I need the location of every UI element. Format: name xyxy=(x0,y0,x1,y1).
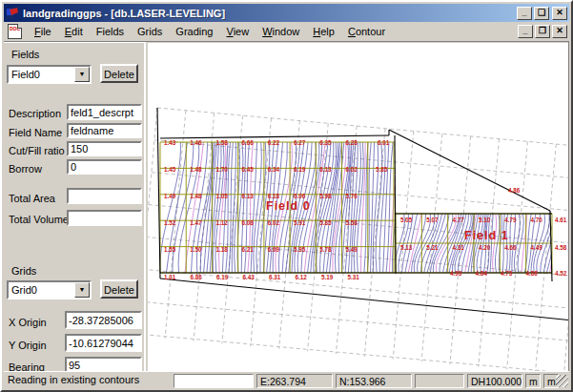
grid-elevation-value: 6.13 xyxy=(319,166,332,173)
total-area-label: Total Area xyxy=(9,193,55,204)
grid-elevation-value: 5.19 xyxy=(321,274,334,280)
fields-section-label: Fields xyxy=(11,49,39,60)
menu-item-contour[interactable]: Contour xyxy=(341,24,392,39)
menu-item-fields[interactable]: Fields xyxy=(90,24,131,39)
delete-grid-button[interactable]: Delete xyxy=(100,279,138,299)
grid-elevation-value: 4.70 xyxy=(531,217,543,223)
grid-elevation-value: 6.31 xyxy=(269,274,281,280)
menu-item-grids[interactable]: Grids xyxy=(131,24,169,39)
grid-elevation-value: 4.20 xyxy=(479,244,491,251)
resize-grip-icon[interactable] xyxy=(556,375,568,387)
x-origin-input[interactable] xyxy=(65,311,142,329)
total-volume-input[interactable] xyxy=(67,210,142,226)
edge-elevation-value: 4.58 xyxy=(555,244,567,251)
grid-elevation-value: 5.98 xyxy=(319,193,332,199)
grid-elevation-value: 5.13 xyxy=(400,244,413,251)
grid-elevation-value: 4.31 xyxy=(453,244,465,251)
grid-select-dropdown-icon[interactable]: ▼ xyxy=(74,282,90,298)
dh-panel: DH100.000 xyxy=(467,374,522,388)
menu-item-edit[interactable]: Edit xyxy=(58,24,90,39)
menu-item-help[interactable]: Help xyxy=(306,24,341,39)
status-bar: Reading in existing contours E:263.794 N… xyxy=(4,371,569,388)
grid-elevation-value: 4.79 xyxy=(504,217,517,223)
grid-elevation-value: 6.18 xyxy=(268,193,280,199)
grid-elevation-value: 6.22 xyxy=(268,139,280,146)
cutfill-ratio-input[interactable] xyxy=(67,141,142,156)
fields-panel: Fields Field0 ▼ Delete Description Field… xyxy=(4,42,146,375)
grid-elevation-value: 1.46 xyxy=(190,139,202,146)
grid-elevation-value: 5.85 xyxy=(319,219,332,226)
edge-elevation-value: 5.85 xyxy=(376,166,388,173)
cutfill-ratio-label: Cut/Fill ratio xyxy=(9,145,65,156)
y-origin-label: Y Origin xyxy=(9,340,47,351)
grid-elevation-value: 6.13 xyxy=(242,193,255,199)
menu-item-grading[interactable]: Grading xyxy=(169,24,219,39)
close-button[interactable]: ✕ xyxy=(552,7,567,20)
grid-elevation-value: 5.95 xyxy=(294,246,306,253)
contour-map-area[interactable]: 1.431.461.586.666.226.276.356.281.451.48… xyxy=(148,43,568,375)
map-right-border xyxy=(568,42,571,375)
grid-elevation-value: 4.73 xyxy=(501,270,513,277)
grid-elevation-value: 5.49 xyxy=(345,246,358,253)
easting-panel: E:263.794 xyxy=(256,374,333,388)
grid-elevation-value: 4.93 xyxy=(450,270,462,277)
grid-elevation-value: 5.58 xyxy=(345,219,358,226)
grid-elevation-value: 1.01 xyxy=(164,274,176,280)
grid-elevation-value: 6.34 xyxy=(268,166,280,173)
grid-elevation-value: 6.19 xyxy=(294,166,306,173)
grid-elevation-value: 1.58 xyxy=(215,139,228,146)
grid-elevation-value: 5.10 xyxy=(479,217,491,223)
grid-elevation-value: 5.31 xyxy=(348,274,360,280)
grid-elevation-value: 5.05 xyxy=(400,217,413,223)
field-label: Field 1 xyxy=(464,229,509,242)
mdi-restore-button[interactable]: ❐ xyxy=(535,25,550,38)
description-input[interactable] xyxy=(67,104,142,120)
grid-elevation-value: 4.66 xyxy=(504,244,517,251)
field-name-input[interactable] xyxy=(67,123,142,138)
grid-elevation-value: 6.08 xyxy=(242,219,255,226)
grid-elevation-value: 6.02 xyxy=(268,219,280,226)
grid-elevation-value: 4.84 xyxy=(476,270,488,277)
mdi-minimize-button[interactable]: _ xyxy=(518,25,533,38)
grid-elevation-value: 6.43 xyxy=(243,274,256,280)
menu-item-window[interactable]: Window xyxy=(256,24,306,39)
status-message: Reading in existing contours xyxy=(8,374,139,385)
app-window: landgradinggps - [db.LASER-LEVELING] _ ❑… xyxy=(0,0,573,392)
menu-items: FileEditFieldsGridsGradingViewWindowHelp… xyxy=(28,24,392,39)
grid-elevation-value: 6.27 xyxy=(294,139,306,146)
edge-elevation-value: 4.61 xyxy=(555,217,567,223)
minimize-button[interactable]: _ xyxy=(517,7,532,20)
document-icon[interactable]: DOC xyxy=(8,24,22,39)
menu-item-view[interactable]: View xyxy=(219,24,256,39)
grid-select[interactable]: Grid0 ▼ xyxy=(7,280,92,299)
menu-bar: DOC FileEditFieldsGridsGradingViewWindow… xyxy=(4,22,569,42)
field-select-dropdown-icon[interactable]: ▼ xyxy=(74,67,90,82)
menu-item-file[interactable]: File xyxy=(28,24,58,39)
grids-section-label: Grids xyxy=(11,265,36,277)
window-title: landgradinggps - [db.LASER-LEVELING] xyxy=(23,8,515,19)
grid-elevation-value: 5.91 xyxy=(294,219,306,226)
grid-elevation-value: 6.12 xyxy=(296,274,308,280)
grid-elevation-value: 1.12 xyxy=(215,219,228,226)
app-icon xyxy=(6,7,20,20)
maximize-button[interactable]: ❑ xyxy=(534,7,549,20)
grid-elevation-value: 4.77 xyxy=(453,217,465,223)
grid-elevation-value: 1.18 xyxy=(215,246,228,253)
grid-elevation-value: 6.45 xyxy=(242,166,255,173)
borrow-label: Borrow xyxy=(9,163,42,175)
mdi-close-button[interactable]: ✕ xyxy=(552,25,567,38)
y-origin-input[interactable] xyxy=(65,334,142,352)
grid-elevation-value: 6.06 xyxy=(294,193,306,199)
total-area-input[interactable] xyxy=(67,188,142,204)
field-select-value: Field0 xyxy=(9,69,74,80)
delete-field-button[interactable]: Delete xyxy=(100,64,138,83)
grid-elevation-value: 5.07 xyxy=(426,217,439,223)
grid-elevation-value: 1.48 xyxy=(190,193,202,199)
grid-elevation-value: 6.35 xyxy=(319,139,332,146)
borrow-input[interactable] xyxy=(67,159,142,175)
field-select[interactable]: Field0 ▼ xyxy=(7,65,92,84)
grid-elevation-value: 6.19 xyxy=(216,274,229,280)
grid-elevation-value: 1.05 xyxy=(215,193,228,199)
grid-elevation-value: 1.50 xyxy=(190,246,202,253)
grid-elevation-value: 5.76 xyxy=(345,193,358,199)
